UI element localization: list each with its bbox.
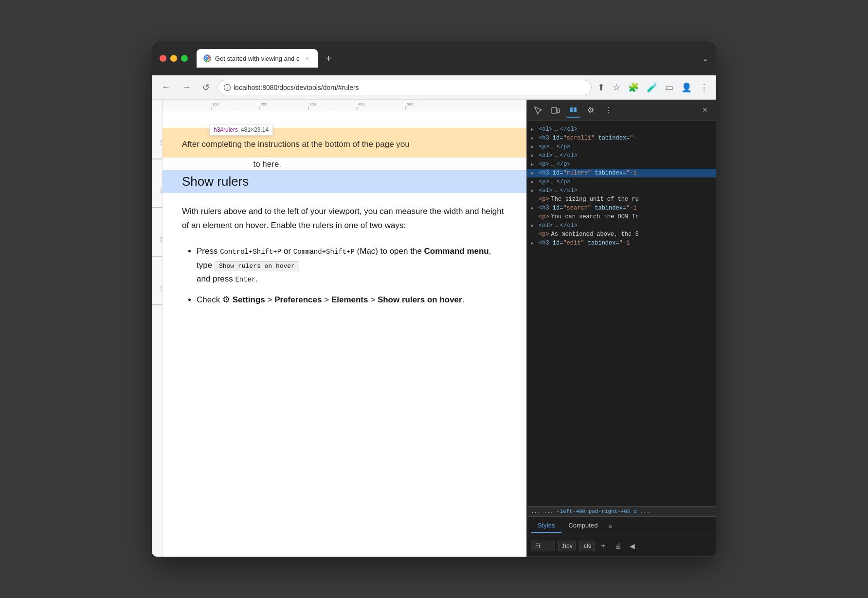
ruler-corner bbox=[152, 100, 163, 110]
intro-text: After completing the instructions at the… bbox=[182, 134, 507, 152]
highlight-blue-box: Show rulers bbox=[163, 170, 526, 193]
tab-more-button[interactable]: » bbox=[604, 520, 616, 532]
dom-arrow: ▶ bbox=[531, 126, 537, 132]
dom-arrow: ▶ bbox=[531, 170, 537, 176]
dom-line-p-2[interactable]: ▶ <p>…</p> bbox=[527, 160, 716, 169]
intro-text-2: to here. bbox=[182, 159, 507, 169]
svg-rect-34 bbox=[570, 107, 573, 112]
bookmark-icon[interactable]: ☆ bbox=[611, 80, 622, 95]
dom-line-h3-rulers[interactable]: ▶ <h3 id="rulers" tabindex="-1 bbox=[527, 169, 716, 177]
elements-panel-button[interactable] bbox=[566, 103, 580, 118]
dom-line-ol-1[interactable]: ▶ <ol>…</ol> bbox=[527, 125, 716, 134]
svg-rect-35 bbox=[574, 107, 577, 112]
new-tab-button[interactable]: + bbox=[322, 53, 335, 64]
dom-line-p-1[interactable]: ▶ <p>…</p> bbox=[527, 142, 716, 151]
chrome-favicon-icon bbox=[203, 54, 211, 62]
dom-line-p-sizing[interactable]: <p>The sizing unit of the ru bbox=[527, 195, 716, 204]
forward-button[interactable]: → bbox=[178, 80, 195, 94]
cls-button[interactable]: .cls bbox=[579, 541, 595, 551]
devtools-toolbar: ⚙ ⋮ × bbox=[527, 100, 716, 121]
settings-gear-icon: ⚙ bbox=[222, 295, 230, 304]
svg-rect-32 bbox=[552, 107, 557, 113]
breadcrumb-selected: ... -left-400.pad-right-400 d ... bbox=[543, 509, 650, 514]
inspect-element-button[interactable] bbox=[531, 103, 545, 118]
styles-filter[interactable]: Fi bbox=[531, 541, 555, 551]
close-window-button[interactable] bbox=[160, 55, 166, 62]
show-rulers-heading: Show rulers bbox=[182, 174, 507, 189]
browser-window: Get started with viewing and c × + ⌄ ← →… bbox=[152, 41, 716, 557]
dom-arrow: ▶ bbox=[531, 135, 537, 141]
tab-menu-button[interactable]: ⌄ bbox=[702, 54, 708, 63]
dom-line-ol-2[interactable]: ▶ <ol>…</ol> bbox=[527, 151, 716, 160]
nav-actions: ⬆ ☆ 🧩 🧪 ▭ 👤 ⋮ bbox=[596, 80, 710, 95]
styles-tabs: Styles Computed » bbox=[527, 517, 716, 535]
settings-button[interactable]: ⚙ bbox=[583, 103, 598, 118]
tab-bar: Get started with viewing and c × + ⌄ bbox=[197, 49, 708, 68]
sidebar-icon[interactable]: ▭ bbox=[663, 80, 675, 95]
dom-arrow: ▶ bbox=[531, 205, 537, 211]
svg-text:200: 200 bbox=[261, 102, 268, 106]
hov-button[interactable]: :hov bbox=[558, 541, 576, 551]
device-toolbar-button[interactable] bbox=[548, 103, 563, 118]
minimize-window-button[interactable] bbox=[170, 55, 177, 62]
elements-icon bbox=[569, 106, 578, 114]
add-style-button[interactable]: + bbox=[597, 540, 609, 552]
tab-computed[interactable]: Computed bbox=[561, 519, 604, 533]
styles-panel: Styles Computed » Fi :hov .cls + 🖨 ◀ bbox=[527, 516, 716, 557]
page-with-ruler: 100 200 300 400 500 bbox=[152, 100, 526, 557]
back-button[interactable]: ← bbox=[158, 80, 174, 94]
dom-line-p-3[interactable]: ▶ <p>…</p> bbox=[527, 177, 716, 186]
styles-actions: Fi :hov .cls + 🖨 ◀ bbox=[527, 535, 716, 557]
inspect-icon bbox=[534, 106, 542, 115]
address-text: localhost:8080/docs/devtools/dom/#rulers bbox=[234, 84, 585, 91]
tab-close-button[interactable]: × bbox=[303, 54, 311, 62]
tab-styles[interactable]: Styles bbox=[531, 519, 561, 533]
list-item-2: Check ⚙ Settings > Preferences > Element… bbox=[197, 292, 507, 307]
title-bar: Get started with viewing and c × + ⌄ bbox=[152, 41, 716, 75]
top-ruler: 100 200 300 400 500 bbox=[163, 100, 526, 110]
dom-tree[interactable]: ▶ <ol>…</ol> ▶ <h3 id="scroll1" tabindex… bbox=[527, 121, 716, 506]
maximize-window-button[interactable] bbox=[181, 55, 188, 62]
paragraph-intro: With rulers above and to the left of you… bbox=[182, 205, 507, 233]
more-tools-button[interactable]: ⋮ bbox=[601, 103, 615, 118]
active-tab[interactable]: Get started with viewing and c × bbox=[197, 49, 318, 68]
print-style-button[interactable]: 🖨 bbox=[612, 540, 624, 552]
refresh-button[interactable]: ↺ bbox=[199, 80, 214, 95]
profile-icon[interactable]: 👤 bbox=[679, 80, 694, 95]
svg-text:100: 100 bbox=[212, 102, 219, 106]
nav-more-icon[interactable]: ⋮ bbox=[698, 80, 710, 95]
address-bar[interactable]: i localhost:8080/docs/devtools/dom/#rule… bbox=[217, 80, 592, 95]
toggle-sidebar-button[interactable]: ◀ bbox=[627, 540, 638, 552]
list-item-1: Press Control+Shift+P or Command+Shift+P… bbox=[197, 245, 507, 287]
dom-line-p-search[interactable]: <p>You can search the DOM Tr bbox=[527, 212, 716, 221]
content-area: 100 200 300 400 bbox=[152, 110, 526, 557]
info-icon: i bbox=[224, 84, 231, 91]
dom-line-p-mentioned[interactable]: <p>As mentioned above, the S bbox=[527, 230, 716, 239]
dom-line-ul-1[interactable]: ▶ <ul>…</ul> bbox=[527, 186, 716, 195]
dom-arrow: ▶ bbox=[531, 144, 537, 150]
dom-arrow: ▶ bbox=[531, 188, 537, 193]
element-tooltip: h3#rulers 481×23.14 bbox=[209, 124, 273, 136]
devtools-close-button[interactable]: × bbox=[698, 103, 712, 118]
share-icon[interactable]: ⬆ bbox=[596, 80, 607, 95]
bullet-list: Press Control+Shift+P or Command+Shift+P… bbox=[182, 245, 507, 308]
tooltip-selector: h3#rulers bbox=[214, 126, 238, 133]
dom-line-ol-3[interactable]: ▶ <ol>…</ol> bbox=[527, 221, 716, 230]
dom-line-h3-edit[interactable]: ▶ <h3 id="edit" tabindex="-1 bbox=[527, 239, 716, 247]
nav-bar: ← → ↺ i localhost:8080/docs/devtools/dom… bbox=[152, 75, 716, 100]
dom-arrow: ▶ bbox=[531, 223, 537, 229]
dom-breadcrumb: ... ... -left-400.pad-right-400 d ... bbox=[527, 506, 716, 516]
device-icon bbox=[551, 106, 560, 115]
show-rulers-command: Show rulers on hover bbox=[215, 261, 299, 271]
dom-arrow: ▶ bbox=[531, 161, 537, 167]
traffic-lights bbox=[160, 55, 188, 62]
extensions-icon[interactable]: 🧩 bbox=[626, 80, 641, 95]
left-ruler: 100 200 300 400 bbox=[152, 110, 163, 557]
dom-line-h3-search[interactable]: ▶ <h3 id="search" tabindex="-1 bbox=[527, 204, 716, 212]
svg-rect-33 bbox=[557, 109, 560, 113]
devtools-panel: ⚙ ⋮ × ▶ <ol>…</ol> ▶ <h3 id="scroll1" ta… bbox=[526, 100, 716, 557]
tooltip-dims: 481×23.14 bbox=[241, 126, 269, 133]
labs-icon[interactable]: 🧪 bbox=[645, 80, 659, 95]
dom-line-h3-scroll1[interactable]: ▶ <h3 id="scroll1" tabindex="- bbox=[527, 134, 716, 142]
dom-arrow: ▶ bbox=[531, 240, 537, 246]
